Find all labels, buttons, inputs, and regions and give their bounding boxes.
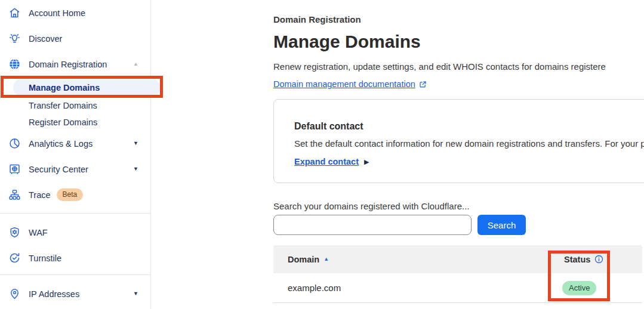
sidebar: Account Home Discover Domain Registratio…: [0, 0, 151, 309]
sidebar-item-label: Security Center: [29, 165, 88, 174]
sidebar-item-ip-addresses[interactable]: IP Addresses ▼: [0, 281, 150, 307]
sidebar-item-label: Trace: [29, 190, 51, 200]
sidebar-item-register-domains[interactable]: Register Domains: [0, 114, 150, 131]
sidebar-item-discover[interactable]: Discover: [0, 26, 150, 51]
chevron-down-icon[interactable]: ▼: [133, 141, 138, 146]
trace-tree-icon: [8, 189, 21, 201]
home-icon: [8, 7, 21, 19]
lightbulb-icon: [8, 32, 21, 45]
sidebar-item-analytics-logs[interactable]: Analytics & Logs ▼: [0, 131, 150, 156]
card-description: Set the default contact information for …: [294, 138, 644, 149]
triangle-right-icon: ▶: [364, 159, 369, 165]
breadcrumb: Domain Registration: [273, 14, 644, 24]
sidebar-item-label: WAF: [29, 228, 48, 237]
rotate-check-icon: [8, 252, 21, 264]
search-label: Search your domains registered with Clou…: [273, 201, 644, 211]
sidebar-item-label: Account Home: [29, 8, 85, 18]
card-title: Default contact: [294, 121, 644, 132]
main-content: Domain Registration Manage Domains Renew…: [273, 0, 644, 309]
info-circle-icon[interactable]: [594, 255, 603, 264]
sidebar-item-security-center[interactable]: Security Center ▼: [0, 156, 150, 182]
sidebar-item-turnstile[interactable]: Turnstile: [0, 245, 150, 271]
sidebar-item-manage-domains[interactable]: Manage Domains: [13, 78, 160, 97]
sidebar-item-label: Manage Domains: [29, 83, 100, 92]
sidebar-item-label: Turnstile: [29, 254, 61, 263]
sidebar-item-label: Discover: [29, 34, 62, 44]
page-title: Manage Domains: [273, 32, 644, 51]
shield-gear-icon: [8, 226, 21, 239]
search-input[interactable]: [273, 215, 472, 235]
map-pin-icon: [8, 288, 21, 300]
sidebar-item-label: Domain Registration: [29, 60, 107, 69]
globe-icon: [8, 58, 21, 70]
triangle-up-icon: ▲: [323, 257, 329, 262]
sidebar-item-label: IP Addresses: [29, 289, 79, 299]
table-row[interactable]: example.com Active: [273, 273, 642, 303]
sidebar-item-label: Analytics & Logs: [29, 139, 93, 149]
sidebar-item-account-home[interactable]: Account Home: [0, 0, 150, 26]
search-button[interactable]: Search: [477, 215, 526, 235]
chevron-up-icon[interactable]: ▲: [133, 61, 138, 67]
domains-table: Domain ▲ Status example.com Active: [273, 245, 642, 303]
status-badge: Active: [562, 281, 596, 295]
sidebar-item-transfer-domains[interactable]: Transfer Domains: [0, 97, 150, 114]
sidebar-divider: [0, 213, 150, 214]
domain-documentation-link[interactable]: Domain management documentation: [273, 79, 415, 89]
domain-cell[interactable]: example.com: [273, 283, 341, 293]
beta-badge: Beta: [57, 189, 84, 201]
sidebar-item-waf[interactable]: WAF: [0, 220, 150, 245]
sidebar-item-trace[interactable]: Trace Beta: [0, 182, 150, 208]
sidebar-item-label: Transfer Domains: [29, 101, 97, 110]
chevron-down-icon[interactable]: ▼: [133, 291, 138, 296]
default-contact-card: Default contact Set the default contact …: [273, 99, 644, 183]
sidebar-item-domain-registration[interactable]: Domain Registration ▲: [0, 51, 150, 77]
sidebar-divider: [0, 274, 150, 275]
pie-chart-icon: [8, 137, 21, 150]
external-link-icon: [419, 81, 427, 88]
sidebar-item-label: Register Domains: [29, 118, 97, 127]
page-subtitle: Renew registration, update settings, and…: [273, 61, 644, 72]
column-header-status: Status: [564, 255, 603, 264]
column-header-domain[interactable]: Domain ▲: [273, 255, 329, 264]
chevron-down-icon[interactable]: ▼: [133, 166, 138, 172]
safe-icon: [8, 163, 21, 175]
table-header-row: Domain ▲ Status: [273, 245, 642, 273]
expand-contact-link[interactable]: Expand contact: [294, 157, 359, 166]
